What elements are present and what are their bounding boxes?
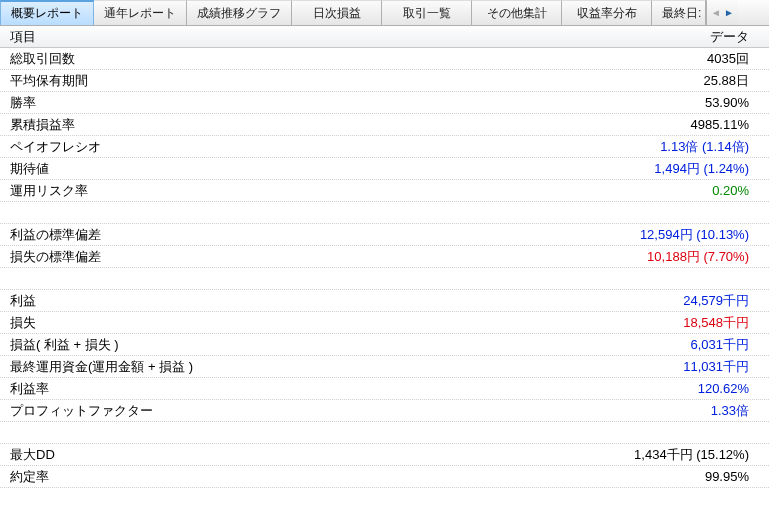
spacer-row <box>0 422 769 444</box>
row-value: 120.62% <box>698 381 769 396</box>
row-value: 4035回 <box>707 50 769 68</box>
row-label: 約定率 <box>0 468 705 486</box>
table-row: 約定率99.95% <box>0 466 769 488</box>
tab-scroll-right-icon[interactable]: ► <box>722 6 735 19</box>
spacer-row <box>0 202 769 224</box>
row-label: 総取引回数 <box>0 50 707 68</box>
table-row: 損失の標準偏差10,188円 (7.70%) <box>0 246 769 268</box>
row-label: 利益率 <box>0 380 698 398</box>
table-row: 利益率120.62% <box>0 378 769 400</box>
tab-other-stats[interactable]: その他集計 <box>472 0 562 25</box>
tab-year-report[interactable]: 通年レポート <box>94 0 187 25</box>
tab-summary-report[interactable]: 概要レポート <box>0 0 94 25</box>
row-value: 4985.11% <box>690 117 769 132</box>
row-label: 利益 <box>0 292 683 310</box>
row-label: 最大DD <box>0 446 634 464</box>
table-row: ペイオフレシオ1.13倍 (1.14倍) <box>0 136 769 158</box>
table-row: 利益の標準偏差12,594円 (10.13%) <box>0 224 769 246</box>
table-row: 勝率53.90% <box>0 92 769 114</box>
row-label: 最終運用資金(運用金額 + 損益 ) <box>0 358 683 376</box>
tab-bar: 概要レポート 通年レポート 成績推移グラフ 日次損益 取引一覧 その他集計 収益… <box>0 0 769 26</box>
table-row: 期待値1,494円 (1.24%) <box>0 158 769 180</box>
table-header: 項目 データ <box>0 26 769 48</box>
row-label: 利益の標準偏差 <box>0 226 640 244</box>
table-row: 最大DD1,434千円 (15.12%) <box>0 444 769 466</box>
row-value: 18,548千円 <box>683 314 769 332</box>
row-label: 損失 <box>0 314 683 332</box>
table-row: 損失18,548千円 <box>0 312 769 334</box>
row-value: 11,031千円 <box>683 358 769 376</box>
table-row: 運用リスク率0.20% <box>0 180 769 202</box>
row-label: 勝率 <box>0 94 705 112</box>
row-label: 運用リスク率 <box>0 182 712 200</box>
header-item-column: 項目 <box>0 28 710 46</box>
row-label: 損益( 利益 + 損失 ) <box>0 336 690 354</box>
tab-scroll-controls: ◄ ► <box>706 0 737 25</box>
row-value: 53.90% <box>705 95 769 110</box>
row-value: 10,188円 (7.70%) <box>647 248 769 266</box>
tab-daily-pl[interactable]: 日次損益 <box>292 0 382 25</box>
row-value: 6,031千円 <box>690 336 769 354</box>
row-label: 損失の標準偏差 <box>0 248 647 266</box>
tab-trade-list[interactable]: 取引一覧 <box>382 0 472 25</box>
row-label: ペイオフレシオ <box>0 138 660 156</box>
tab-scroll-left-icon[interactable]: ◄ <box>709 6 722 19</box>
table-row: 平均保有期間25.88日 <box>0 70 769 92</box>
row-value: 24,579千円 <box>683 292 769 310</box>
row-value: 1,494円 (1.24%) <box>654 160 769 178</box>
row-label: 期待値 <box>0 160 654 178</box>
tab-performance-graph[interactable]: 成績推移グラフ <box>187 0 292 25</box>
table-row: 最終運用資金(運用金額 + 損益 )11,031千円 <box>0 356 769 378</box>
tab-return-distribution[interactable]: 収益率分布 <box>562 0 652 25</box>
row-value: 25.88日 <box>703 72 769 90</box>
spacer-row <box>0 268 769 290</box>
header-data-column: データ <box>710 28 769 46</box>
table-row: 損益( 利益 + 損失 )6,031千円 <box>0 334 769 356</box>
row-value: 99.95% <box>705 469 769 484</box>
row-value: 12,594円 (10.13%) <box>640 226 769 244</box>
data-table-body: 総取引回数4035回平均保有期間25.88日勝率53.90%累積損益率4985.… <box>0 48 769 488</box>
table-row: プロフィットファクター1.33倍 <box>0 400 769 422</box>
table-row: 累積損益率4985.11% <box>0 114 769 136</box>
table-row: 総取引回数4035回 <box>0 48 769 70</box>
row-value: 1.13倍 (1.14倍) <box>660 138 769 156</box>
row-value: 0.20% <box>712 183 769 198</box>
table-row: 利益24,579千円 <box>0 290 769 312</box>
row-label: 平均保有期間 <box>0 72 703 90</box>
row-value: 1,434千円 (15.12%) <box>634 446 769 464</box>
row-label: 累積損益率 <box>0 116 690 134</box>
row-label: プロフィットファクター <box>0 402 711 420</box>
row-value: 1.33倍 <box>711 402 769 420</box>
tab-final-day[interactable]: 最終日: <box>652 0 706 25</box>
